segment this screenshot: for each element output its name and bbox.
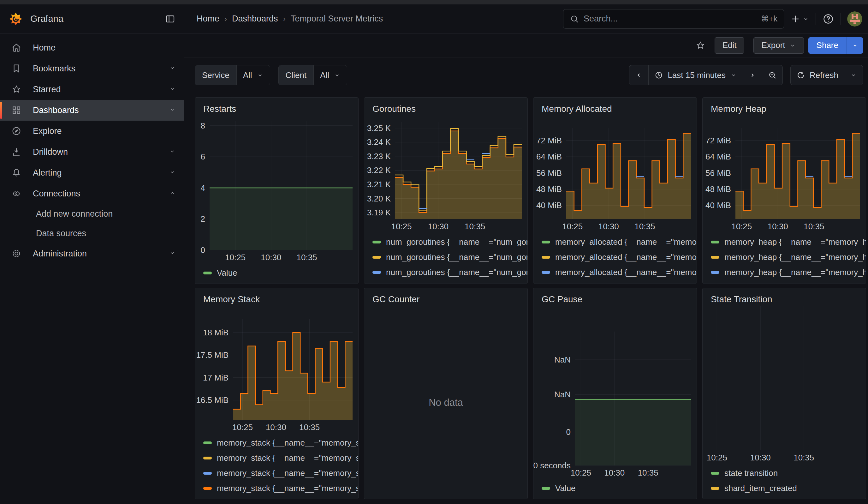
legend-item[interactable]: memory_heap {__name__="memory_heap" xyxy=(711,249,866,265)
refresh-button[interactable]: Refresh xyxy=(790,65,844,85)
legend-item[interactable]: memory_allocated {__name__="memory_alloc… xyxy=(541,249,696,265)
panel-title[interactable]: Memory Stack xyxy=(195,288,358,306)
share-button-group: Share xyxy=(808,37,863,54)
sidebar-toggle-icon[interactable] xyxy=(165,13,175,24)
plot-region[interactable] xyxy=(575,331,691,465)
legend-item[interactable]: memory_stack {__name__="memory_stack" xyxy=(203,435,358,450)
y-axis-tick-label: 16.5 MiB xyxy=(196,395,228,405)
panel-title[interactable]: Memory Allocated xyxy=(534,97,696,116)
legend-item[interactable]: memory_stack {__name__="memory_stack" xyxy=(203,481,358,496)
client-variable-value[interactable]: All xyxy=(313,65,347,85)
legend-series-label: memory_allocated {__name__="memory_alloc… xyxy=(555,252,696,262)
legend-item[interactable]: memory_allocated {__name__="memory_alloc… xyxy=(541,280,696,284)
legend-item[interactable]: memory_allocated {__name__="memory_alloc… xyxy=(541,234,696,249)
sidebar-item-starred[interactable]: Starred xyxy=(0,79,184,100)
breadcrumb-home[interactable]: Home xyxy=(197,14,219,24)
search-box[interactable]: ⌘+k xyxy=(563,9,784,29)
divider xyxy=(840,13,841,25)
sidebar-item-dashboards[interactable]: Dashboards xyxy=(0,100,184,121)
plot-region[interactable] xyxy=(705,306,860,450)
help-icon[interactable] xyxy=(822,13,834,25)
sidebar-item-explore[interactable]: Explore xyxy=(0,121,184,142)
grafana-logo[interactable] xyxy=(9,13,22,25)
legend-item[interactable]: num_goroutines {__name__="num_goroutines… xyxy=(372,249,527,265)
y-axis xyxy=(703,306,705,450)
legend-item[interactable]: memory_heap {__name__="memory_heap" xyxy=(711,265,866,280)
sidebar-item-connections[interactable]: Connections xyxy=(0,183,184,204)
chevron-down-icon xyxy=(168,106,176,113)
panel-legend: Value xyxy=(195,264,358,284)
add-new-button[interactable] xyxy=(790,14,809,24)
time-shift-forward-button[interactable] xyxy=(743,65,762,85)
sidebar-item-label: Explore xyxy=(33,126,176,136)
chevron-right-icon xyxy=(749,71,756,79)
search-input[interactable] xyxy=(583,14,757,24)
legend-item[interactable]: num_goroutines {__name__="num_goroutines… xyxy=(372,234,527,249)
y-axis-tick-label: 17.5 MiB xyxy=(196,350,228,360)
refresh-interval-button[interactable] xyxy=(844,65,862,85)
service-variable: Service All xyxy=(195,65,270,85)
sidebar-item-alerting[interactable]: Alerting xyxy=(0,162,184,183)
sidebar-item-administration[interactable]: Administration xyxy=(0,243,184,264)
panel-memory-allocated: Memory Allocated72 MiB64 MiB56 MiB48 MiB… xyxy=(533,97,697,284)
legend-item[interactable]: state transition xyxy=(711,465,866,481)
legend-series-label: Value xyxy=(555,483,576,493)
export-button[interactable]: Export xyxy=(753,37,804,54)
legend-series-color xyxy=(711,271,719,274)
y-axis: 86420 xyxy=(195,121,209,250)
time-shift-back-button[interactable] xyxy=(629,65,648,85)
x-axis: 10:2510:3010:35 xyxy=(395,219,522,233)
panel-title[interactable]: GC Counter xyxy=(364,288,527,306)
sidebar-item-drilldown[interactable]: Drilldown xyxy=(0,142,184,162)
panel-title[interactable]: Restarts xyxy=(195,97,358,116)
breadcrumb-current-page: Temporal Server Metrics xyxy=(291,14,383,24)
plot-region[interactable] xyxy=(209,121,353,250)
time-range-picker[interactable]: Last 15 minutes xyxy=(648,65,743,85)
legend-item[interactable]: Value xyxy=(203,265,358,280)
star-dashboard-button[interactable] xyxy=(695,40,705,51)
x-axis-tick-label: 10:35 xyxy=(299,422,320,432)
zoom-out-button[interactable] xyxy=(762,65,783,85)
sidebar-subitem-add-new-connection[interactable]: Add new connection xyxy=(0,204,184,224)
y-axis-tick-label: 17 MiB xyxy=(203,373,228,382)
breadcrumb-separator: › xyxy=(225,14,227,23)
y-axis-tick-label: 3.22 K xyxy=(367,165,391,175)
service-variable-value[interactable]: All xyxy=(236,65,270,85)
legend-item[interactable]: memory_stack {__name__="memory_stack" xyxy=(203,465,358,481)
chevron-down-icon xyxy=(168,168,176,176)
legend-series-label: num_goroutines {__name__="num_goroutines… xyxy=(386,267,527,277)
edit-button[interactable]: Edit xyxy=(715,37,745,54)
plot-region[interactable] xyxy=(566,128,691,219)
plot-region[interactable] xyxy=(395,122,522,219)
legend-series-label: memory_stack {__name__="memory_stack" xyxy=(217,438,358,448)
panel-title[interactable]: Memory Heap xyxy=(703,97,866,116)
sidebar-item-home[interactable]: Home xyxy=(0,37,184,58)
legend-item[interactable]: shard_item_created xyxy=(711,481,866,496)
plot-region[interactable] xyxy=(735,128,860,219)
window-top-strip xyxy=(0,0,868,4)
legend-item[interactable]: memory_heap {__name__="memory_heap" xyxy=(711,280,866,284)
legend-item[interactable]: num_goroutines {__name__="num_goroutines… xyxy=(372,280,527,284)
panel-body: No data xyxy=(364,306,527,499)
user-avatar[interactable] xyxy=(847,11,862,27)
panel-title[interactable]: GC Pause xyxy=(534,288,696,306)
plot-region[interactable] xyxy=(233,319,353,420)
y-axis: 18 MiB17.5 MiB17 MiB16.5 MiB xyxy=(195,319,233,420)
breadcrumb-dashboards[interactable]: Dashboards xyxy=(232,14,278,24)
x-axis-tick-label: 10:25 xyxy=(562,222,583,232)
share-button[interactable]: Share xyxy=(808,37,847,54)
panel-title[interactable]: State Transition xyxy=(703,288,866,306)
chart-canvas xyxy=(233,319,353,420)
chevron-down-icon xyxy=(850,72,857,79)
legend-item[interactable]: memory_allocated {__name__="memory_alloc… xyxy=(541,265,696,280)
y-axis-tick-label: 64 MiB xyxy=(705,152,731,162)
legend-item[interactable]: num_goroutines {__name__="num_goroutines… xyxy=(372,265,527,280)
legend-item[interactable]: Value xyxy=(541,481,696,496)
chart-area: 86420 xyxy=(195,116,358,250)
sidebar-subitem-data-sources[interactable]: Data sources xyxy=(0,224,184,243)
sidebar-item-bookmarks[interactable]: Bookmarks xyxy=(0,58,184,79)
legend-item[interactable]: memory_stack {__name__="memory_stack" xyxy=(203,450,358,465)
panel-title[interactable]: Goroutines xyxy=(364,97,527,116)
legend-item[interactable]: memory_heap {__name__="memory_heap" xyxy=(711,234,866,249)
share-menu-button[interactable] xyxy=(847,37,863,54)
